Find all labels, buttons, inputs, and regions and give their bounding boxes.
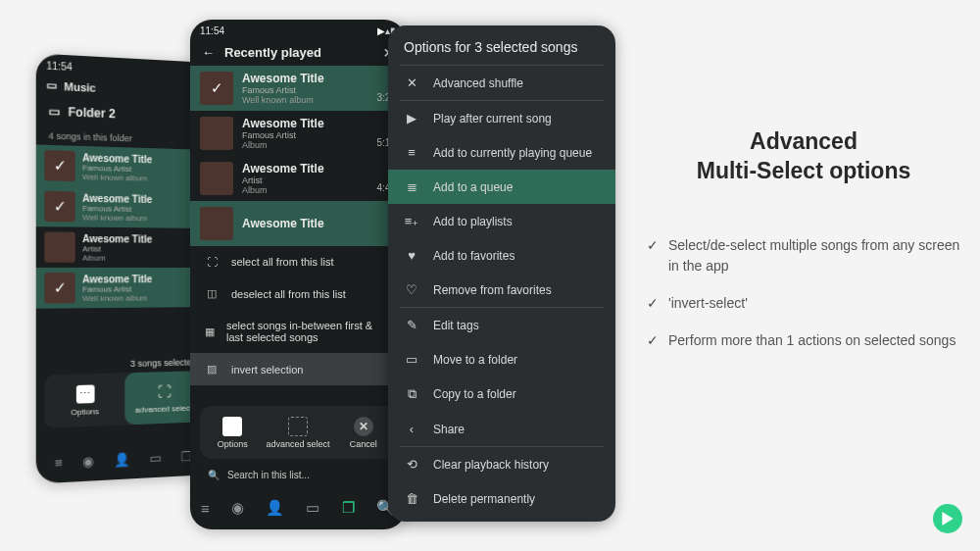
option-item[interactable]: ⟲Clear playback history	[388, 447, 615, 481]
album-art: ✓	[44, 150, 75, 181]
status-bar: 11:54 ▶ ▴▮	[190, 20, 406, 39]
bullet-item: ✓'invert-select'	[647, 293, 960, 315]
song-row[interactable]: ✓Awesome TitleFamous ArtistWell known al…	[36, 144, 210, 189]
album-art	[200, 207, 233, 240]
breadcrumb-label: Music	[64, 79, 95, 93]
album-art	[200, 162, 233, 195]
play-icon[interactable]: ◉	[83, 453, 94, 469]
option-icon: 🗑	[404, 491, 419, 506]
marketing-copy: AdvancedMulti-Select options ✓Select/de-…	[647, 127, 960, 368]
selection-count: 3 songs selected	[130, 357, 196, 369]
queue-icon[interactable]: ≡	[55, 455, 63, 471]
folder-icon: ▭	[46, 78, 57, 92]
check-icon: ✓	[647, 330, 659, 352]
option-icon: ✎	[404, 318, 419, 332]
select-icon: ◫	[204, 287, 220, 300]
options-sheet: Options for 3 selected songs ✕Advanced s…	[388, 25, 615, 522]
library-icon[interactable]: ❐	[342, 499, 355, 517]
option-icon: ≡₊	[404, 214, 419, 228]
option-icon: ▶	[404, 111, 419, 125]
play-icon	[941, 512, 955, 526]
selection-toolbar: Options advanced select ✕Cancel	[200, 406, 396, 459]
device-center: 11:54 ▶ ▴▮ ← Recently played ⤨ ✓Awesome …	[190, 20, 406, 529]
option-icon: ≣	[404, 179, 419, 194]
option-item[interactable]: ‹Share	[388, 412, 615, 446]
app-badge	[933, 504, 962, 533]
folder-icon: ▭	[48, 104, 60, 119]
album-art: ✓	[200, 72, 233, 105]
option-icon: ‹	[404, 422, 419, 436]
song-row[interactable]: Awesome TitleFamous ArtistAlbum5:11	[190, 111, 406, 156]
artist-icon[interactable]: 👤	[266, 499, 284, 517]
folder-icon[interactable]: ▭	[306, 499, 319, 517]
play-icon: ▶	[377, 25, 385, 36]
cancel-button[interactable]: ✕Cancel	[330, 406, 396, 459]
check-icon: ✓	[647, 293, 659, 315]
song-row[interactable]: Awesome TitleArtistAlbum4:49	[190, 156, 406, 201]
album-art: ✓	[44, 191, 75, 223]
option-icon: ▭	[404, 352, 419, 367]
options-button[interactable]: Options	[200, 406, 266, 459]
option-item[interactable]: ≡Add to currently playing queue	[388, 135, 615, 170]
option-item[interactable]: ▭Move to a folder	[388, 342, 615, 376]
check-icon: ✓	[647, 235, 659, 277]
sheet-title: Options for 3 selected songs	[388, 25, 615, 65]
back-icon[interactable]: ←	[202, 45, 215, 60]
song-row[interactable]: ✓Awesome TitleFamous ArtistWell known al…	[36, 268, 210, 309]
option-icon: ⟲	[404, 457, 419, 472]
bottom-nav: ≡ ◉ 👤 ▭ ❐	[36, 435, 210, 484]
album-art	[44, 231, 75, 262]
select-icon: ▨	[204, 363, 220, 376]
option-item[interactable]: ▶Play after current song	[388, 101, 615, 135]
selection-toolbar: ⋯ Options ⛶ advanced select	[44, 371, 202, 428]
select-action[interactable]: ◫deselect all from this list	[190, 277, 406, 310]
folder-icon[interactable]: ▭	[150, 450, 162, 466]
option-item[interactable]: ♥Add to favorites	[388, 238, 615, 273]
album-art	[200, 117, 233, 150]
option-item[interactable]: ≡₊Add to playlists	[388, 204, 615, 238]
select-action[interactable]: ▨invert selection	[190, 353, 406, 385]
album-art: ✓	[44, 273, 75, 303]
option-item[interactable]: ✕Advanced shuffle	[388, 66, 615, 100]
song-row[interactable]: ✓Awesome TitleFamous ArtistWell known al…	[36, 185, 210, 228]
bullet-item: ✓Perform more than 1 actions on selected…	[647, 330, 960, 352]
dots-icon	[222, 417, 242, 436]
option-item[interactable]: ⧉Copy to a folder	[388, 376, 615, 412]
select-action[interactable]: ▦select songs in-between first & last se…	[190, 310, 406, 353]
close-icon: ✕	[354, 417, 373, 436]
device-left: 11:54 ▶ ▭ Music ▭ Folder 2 4 songs in th…	[36, 53, 210, 483]
page-title: Recently played	[224, 45, 321, 60]
bottom-nav: ≡ ◉ 👤 ▭ ❐ 🔍	[190, 486, 406, 529]
option-icon: ⧉	[404, 386, 419, 402]
clock: 11:54	[200, 25, 373, 36]
queue-icon[interactable]: ≡	[201, 500, 210, 517]
search-icon: 🔍	[208, 470, 220, 480]
options-button[interactable]: ⋯ Options	[44, 373, 124, 427]
option-icon: ♡	[404, 282, 419, 297]
headline: AdvancedMulti-Select options	[647, 127, 960, 186]
dots-icon: ⋯	[75, 384, 94, 403]
select-icon: ⛶	[155, 382, 172, 401]
search-input[interactable]: 🔍 Search in this list...	[200, 463, 396, 486]
select-icon	[288, 417, 308, 436]
song-row[interactable]: Awesome TitleArtistAlbum	[36, 226, 210, 268]
song-row[interactable]: ✓Awesome TitleFamous ArtistWell known al…	[190, 66, 406, 111]
select-icon: ⛶	[204, 256, 220, 268]
option-item[interactable]: ≣Add to a queue	[388, 170, 615, 204]
song-row[interactable]: Awesome Title	[190, 201, 406, 246]
select-icon: ▦	[204, 326, 215, 338]
option-icon: ✕	[404, 75, 419, 90]
option-icon: ♥	[404, 248, 419, 263]
close-after-option-toggle[interactable]: ✓ Close selection process after an optio…	[388, 516, 615, 522]
folder-name: Folder 2	[69, 105, 116, 121]
option-item[interactable]: ♡Remove from favorites	[388, 273, 615, 307]
option-icon: ≡	[404, 145, 419, 160]
select-action[interactable]: ⛶select all from this list	[190, 246, 406, 277]
option-item[interactable]: 🗑Delete permanently	[388, 481, 615, 516]
advanced-select-button[interactable]: advanced select	[266, 406, 331, 459]
play-icon[interactable]: ◉	[231, 499, 244, 517]
option-item[interactable]: ✎Edit tags	[388, 308, 615, 342]
page-header: ← Recently played ⤨	[190, 39, 406, 66]
artist-icon[interactable]: 👤	[114, 451, 129, 467]
bullet-item: ✓Select/de-select multiple songs from an…	[647, 235, 960, 277]
